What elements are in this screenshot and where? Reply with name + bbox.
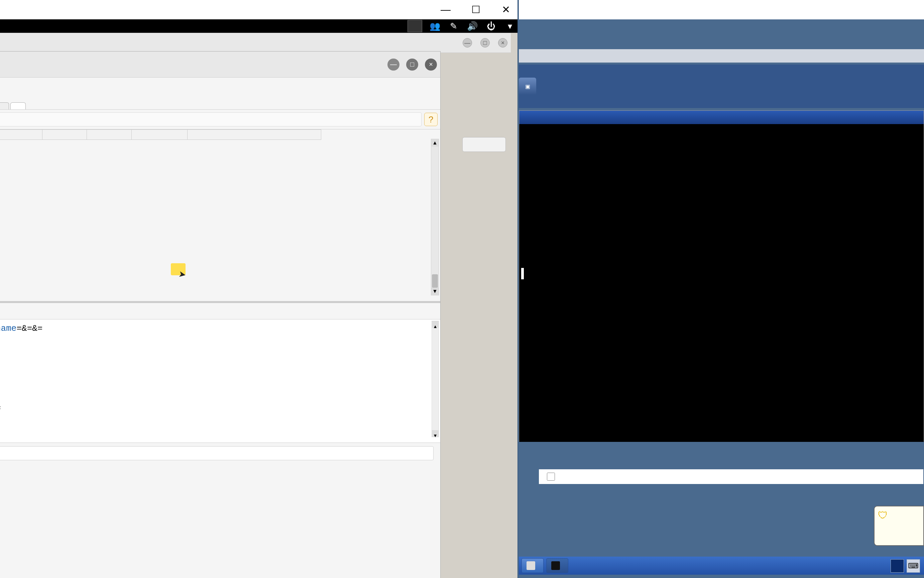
col-comment[interactable] <box>187 130 321 140</box>
windows-server-desktop: ▣ 🛡 <box>519 19 924 575</box>
filter-input[interactable] <box>0 112 422 127</box>
maximize-icon[interactable]: ☐ <box>468 3 484 16</box>
intruder-tab-bar <box>0 91 440 110</box>
chevron-down-icon[interactable]: ▾ <box>504 21 516 31</box>
scroll-down-icon[interactable]: ▼ <box>431 287 439 295</box>
filter-row: ? <box>0 110 440 129</box>
intruder-window-controls: — □ × <box>387 58 437 71</box>
tab-options[interactable] <box>10 102 26 109</box>
window-controls: — ☐ ✕ <box>437 3 514 16</box>
gnome-top-bar[interactable]: 👥 ✎ 🔊 ⏻ ▾ <box>0 19 518 33</box>
dont-show-checkbox[interactable] <box>547 472 555 481</box>
taskbar-manage-server[interactable] <box>521 558 544 573</box>
request-scrollbar[interactable]: ▲ ▼ <box>432 321 439 437</box>
power-icon[interactable]: ⏻ <box>485 21 497 31</box>
scroll-up-icon[interactable]: ▲ <box>431 139 439 146</box>
request-viewer[interactable]: name=&=&= = ▲ ▼ <box>0 319 440 443</box>
search-row <box>0 444 440 462</box>
close-icon[interactable]: ✕ <box>497 3 514 16</box>
lang-ch[interactable] <box>890 559 904 573</box>
results-table-area: ➤ ▲ ▼ <box>0 129 440 303</box>
col-status[interactable] <box>0 130 42 140</box>
mouse-cursor-icon: ➤ <box>178 269 186 280</box>
results-scrollbar[interactable]: ▲ ▼ <box>431 139 439 295</box>
server-icon: ▣ <box>519 78 536 95</box>
left-vnc-window: — ☐ ✕ 👥 ✎ 🔊 ⏻ ▾ — □ × <box>0 0 518 578</box>
minimize-icon[interactable]: — <box>437 3 454 16</box>
req-name-key: name <box>0 323 16 333</box>
intruder-close-icon[interactable]: × <box>425 58 437 71</box>
taskbar-cmd[interactable] <box>546 558 568 573</box>
help-icon[interactable]: ? <box>424 113 438 126</box>
cmd-ip-selected <box>521 268 524 279</box>
burp-window: — □ × — □ × <box>0 33 511 578</box>
cmd-task-icon <box>551 561 560 570</box>
burp-window-controls: — □ × <box>463 38 508 47</box>
ime-icon[interactable]: ⌨ <box>906 559 920 573</box>
col-length[interactable] <box>131 130 187 140</box>
tab-payloads[interactable] <box>0 102 9 109</box>
burp-titlebar[interactable]: — □ × <box>0 33 511 53</box>
right-vnc-titlebar[interactable] <box>519 0 924 19</box>
manage-server-header: ▣ <box>519 65 924 108</box>
intruder-attack-window: — □ × ? <box>0 51 440 578</box>
cursor-highlight <box>171 263 186 275</box>
login-checkbox-row <box>539 469 923 484</box>
burp-close-icon[interactable]: × <box>498 38 508 47</box>
cmd-output[interactable] <box>519 124 924 442</box>
cmd-titlebar[interactable] <box>519 111 924 124</box>
results-table <box>0 130 321 140</box>
scroll-thumb[interactable] <box>432 274 438 287</box>
intruder-minimize-icon[interactable]: — <box>387 58 400 71</box>
col-timeout[interactable] <box>87 130 132 140</box>
search-input[interactable] <box>0 446 434 460</box>
vnc-titlebar[interactable]: — ☐ ✕ <box>0 0 518 19</box>
table-header-row <box>0 130 321 140</box>
workspace-indicator[interactable] <box>408 20 422 32</box>
language-indicator: ⌨ <box>890 559 920 573</box>
users-icon[interactable]: 👥 <box>429 21 441 31</box>
security-balloon[interactable]: 🛡 <box>874 506 924 546</box>
manage-server-band-label <box>519 49 924 63</box>
intruder-titlebar[interactable]: — □ × <box>0 52 440 78</box>
intruder-maximize-icon[interactable]: □ <box>406 58 418 71</box>
right-vnc-window: ▣ 🛡 <box>519 0 924 578</box>
server-task-icon <box>526 561 535 570</box>
col-error[interactable] <box>42 130 87 140</box>
volume-icon[interactable]: 🔊 <box>466 21 478 31</box>
edit-icon[interactable]: ✎ <box>448 21 460 31</box>
linux-desktop: 👥 ✎ 🔊 ⏻ ▾ — □ × <box>0 19 518 578</box>
windows-taskbar[interactable]: ⌨ <box>519 557 924 575</box>
top-bar-tray: 👥 ✎ 🔊 ⏻ ▾ <box>408 20 516 32</box>
burp-minimize-icon[interactable]: — <box>463 38 472 47</box>
start-attack-button[interactable] <box>462 137 506 152</box>
req-scroll-down-icon[interactable]: ▼ <box>432 430 439 437</box>
req-scroll-up-icon[interactable]: ▲ <box>432 321 439 328</box>
cmd-window <box>519 110 924 442</box>
shield-icon: 🛡 <box>878 510 890 522</box>
burp-maximize-icon[interactable]: □ <box>481 38 490 47</box>
